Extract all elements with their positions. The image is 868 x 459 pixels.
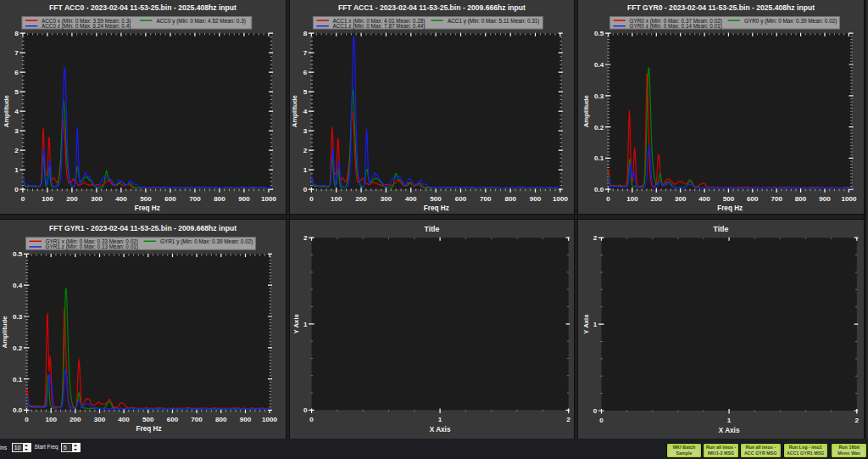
svg-text:6: 6: [303, 69, 308, 76]
svg-text:1000: 1000: [553, 195, 569, 203]
svg-text:600: 600: [167, 416, 179, 423]
svg-text:5: 5: [14, 88, 19, 96]
svg-text:0: 0: [303, 186, 308, 193]
svg-text:7: 7: [303, 49, 308, 57]
svg-text:500: 500: [430, 195, 442, 203]
svg-text:200: 200: [355, 195, 367, 203]
svg-text:100: 100: [42, 195, 53, 203]
svg-text:200: 200: [651, 195, 663, 203]
svg-text:800: 800: [214, 195, 225, 203]
svg-text:Freq Hz: Freq Hz: [717, 204, 743, 212]
svg-text:0: 0: [309, 195, 314, 203]
svg-text:4: 4: [303, 108, 308, 115]
svg-text:1: 1: [593, 321, 598, 328]
svg-text:600: 600: [164, 195, 176, 203]
svg-text:1: 1: [303, 166, 308, 174]
svg-text:800: 800: [504, 195, 516, 203]
svg-text:FFT GYR1 - 2023-02-04 11-53-25: FFT GYR1 - 2023-02-04 11-53-25.bin - 200…: [49, 224, 236, 232]
svg-text:0: 0: [303, 406, 308, 414]
svg-text:0.4: 0.4: [13, 282, 23, 289]
svg-text:GYR0 z (Min: 0 Max: 0.14 Mean:: GYR0 z (Min: 0 Max: 0.14 Mean: 0.01): [630, 23, 722, 30]
svg-text:GYR0 y (Min: 0 Max: 0.39 Mean:: GYR0 y (Min: 0 Max: 0.39 Mean: 0.02): [744, 18, 837, 25]
svg-text:600: 600: [747, 195, 759, 203]
svg-text:0.4: 0.4: [594, 61, 604, 69]
svg-text:0: 0: [21, 195, 25, 203]
svg-text:Amplitude: Amplitude: [291, 94, 298, 127]
svg-text:300: 300: [91, 195, 103, 203]
svg-text:3: 3: [14, 127, 19, 135]
svg-text:0.2: 0.2: [594, 124, 604, 132]
svg-text:100: 100: [626, 195, 638, 203]
svg-text:200: 200: [66, 195, 78, 203]
svg-text:Y Axis: Y Axis: [292, 313, 300, 333]
svg-text:0: 0: [599, 417, 604, 424]
svg-text:700: 700: [191, 416, 203, 423]
svg-text:2: 2: [566, 416, 570, 423]
svg-text:600: 600: [455, 195, 467, 203]
svg-text:2: 2: [855, 417, 860, 424]
svg-text:0.0: 0.0: [594, 186, 604, 193]
svg-text:0: 0: [14, 186, 19, 193]
svg-text:1000: 1000: [841, 195, 857, 203]
svg-text:8: 8: [14, 30, 19, 37]
svg-text:0.1: 0.1: [594, 154, 604, 162]
svg-text:X Axis: X Axis: [719, 427, 740, 434]
svg-text:FFT ACC0 - 2023-02-04 11-53-25: FFT ACC0 - 2023-02-04 11-53-25.bin - 202…: [49, 3, 236, 12]
svg-text:700: 700: [480, 195, 492, 203]
svg-text:0.1: 0.1: [13, 376, 23, 383]
svg-text:300: 300: [381, 195, 392, 203]
svg-text:700: 700: [771, 195, 782, 203]
svg-text:400: 400: [405, 195, 417, 203]
svg-text:2: 2: [303, 234, 308, 242]
svg-text:Amplitude: Amplitude: [583, 94, 591, 127]
svg-text:0: 0: [309, 416, 314, 423]
svg-text:900: 900: [530, 195, 542, 203]
svg-text:300: 300: [675, 195, 687, 203]
svg-text:0.3: 0.3: [13, 313, 23, 321]
svg-text:500: 500: [142, 416, 154, 423]
svg-text:Amplitude: Amplitude: [3, 94, 10, 127]
svg-text:ACC0 z (Min: 0 Max: 6.24 Mean:: ACC0 z (Min: 0 Max: 6.24 Mean: 0.4): [42, 23, 131, 30]
svg-text:ACC0 y (Min: 0 Max: 4.52 Mean:: ACC0 y (Min: 0 Max: 4.52 Mean: 0.3): [156, 18, 246, 25]
svg-text:GYR1 y (Min: 0 Max: 0.39 Mean:: GYR1 y (Min: 0 Max: 0.39 Mean: 0.02): [160, 238, 253, 245]
svg-text:400: 400: [115, 195, 127, 203]
svg-text:2: 2: [303, 147, 308, 154]
svg-text:0.0: 0.0: [13, 406, 23, 414]
svg-text:0.3: 0.3: [594, 92, 604, 100]
svg-text:6: 6: [14, 69, 19, 76]
svg-text:ACC1 z (Min: 0 Max: 7.87 Mean:: ACC1 z (Min: 0 Max: 7.87 Mean: 0.44): [332, 23, 425, 30]
svg-text:Freq Hz: Freq Hz: [135, 204, 160, 212]
svg-text:400: 400: [698, 195, 710, 203]
svg-text:500: 500: [723, 195, 735, 203]
svg-text:0.2: 0.2: [13, 344, 23, 352]
svg-text:FFT GYR0 - 2023-02-04 11-53-25: FFT GYR0 - 2023-02-04 11-53-25.bin - 202…: [627, 3, 815, 12]
svg-text:900: 900: [819, 195, 831, 203]
svg-text:500: 500: [140, 195, 152, 203]
svg-text:8: 8: [303, 30, 308, 37]
svg-text:2: 2: [593, 234, 598, 242]
svg-text:0: 0: [25, 416, 29, 423]
svg-text:5: 5: [303, 88, 308, 96]
svg-text:0.5: 0.5: [594, 30, 604, 37]
svg-text:1: 1: [14, 166, 19, 174]
svg-text:400: 400: [118, 416, 130, 423]
svg-text:100: 100: [331, 195, 342, 203]
svg-text:Title: Title: [425, 225, 440, 233]
svg-text:X Axis: X Axis: [430, 426, 451, 434]
svg-text:ACC1 y (Min: 0 Max: 5.11 Mean:: ACC1 y (Min: 0 Max: 5.11 Mean: 0.31): [448, 18, 540, 25]
svg-text:0.5: 0.5: [13, 250, 23, 258]
svg-text:Title: Title: [714, 225, 729, 233]
svg-text:2: 2: [14, 147, 19, 154]
svg-text:900: 900: [240, 416, 252, 423]
svg-text:800: 800: [795, 195, 807, 203]
svg-text:4: 4: [14, 108, 19, 115]
svg-text:1: 1: [438, 416, 442, 423]
svg-text:1: 1: [727, 417, 732, 424]
svg-text:3: 3: [303, 127, 308, 135]
svg-text:300: 300: [94, 416, 106, 423]
svg-text:1000: 1000: [261, 195, 277, 203]
svg-text:800: 800: [215, 416, 227, 423]
svg-text:200: 200: [70, 416, 81, 423]
svg-text:1000: 1000: [262, 416, 278, 423]
svg-text:Freq Hz: Freq Hz: [424, 204, 449, 212]
